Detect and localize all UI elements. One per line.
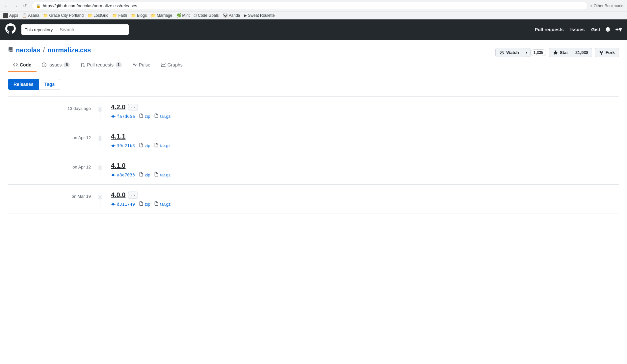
release-date: on Mar 19 — [71, 194, 91, 199]
tab-issues[interactable]: Issues 6 — [37, 58, 75, 72]
zip-icon — [139, 143, 144, 148]
timeline-marker — [98, 195, 102, 199]
tar.gz-icon — [154, 143, 159, 148]
nav-pull-requests[interactable]: Pull requests — [535, 27, 564, 32]
release-item: on Mar 19 4.0.0 ··· d311749 — [8, 185, 619, 214]
release-asset-tar.gz[interactable]: tar.gz — [154, 201, 170, 207]
tab-pull-requests[interactable]: Pull requests 1 — [75, 58, 127, 72]
repo-title: necolas / normalize.css — [8, 46, 91, 54]
release-version-link[interactable]: 4.0.0 — [111, 191, 125, 199]
star-button[interactable]: Star — [549, 48, 572, 57]
release-meta: a8e7033 zip tar.gz — [111, 172, 619, 178]
search-repo-label: This repository — [21, 24, 56, 35]
bookmark-marriage[interactable]: 📁 Marriage — [151, 13, 172, 18]
search-input[interactable] — [56, 24, 129, 35]
star-count[interactable]: 21,938 — [572, 48, 592, 57]
nav-issues[interactable]: Issues — [570, 27, 585, 32]
timeline-marker — [98, 107, 102, 111]
star-label: Star — [560, 50, 568, 55]
release-commit-link[interactable]: d311749 — [111, 202, 135, 207]
releases-tab-button[interactable]: Releases — [8, 79, 39, 90]
tags-tab-button[interactable]: Tags — [39, 79, 61, 90]
release-commit-link[interactable]: fa7d65a — [111, 114, 135, 119]
back-button[interactable]: ← — [3, 2, 11, 10]
repo-header: necolas / normalize.css Watch ▾ 1,335 St… — [0, 40, 627, 58]
repo-actions: Watch ▾ 1,335 Star 21,938 Fork — [495, 46, 619, 57]
release-version-line: 4.1.1 — [111, 133, 619, 140]
release-asset-tar.gz[interactable]: tar.gz — [154, 143, 170, 148]
release-list: 13 days ago 4.2.0 ··· fa7d65a — [8, 96, 619, 214]
release-version-link[interactable]: 4.1.1 — [111, 133, 125, 140]
notification-bell-button[interactable] — [605, 26, 611, 34]
bookmark-code-goals[interactable]: ⬡ Code Goals — [194, 13, 219, 18]
zip-icon — [139, 172, 144, 178]
release-meta: d311749 zip tar.gz — [111, 201, 619, 207]
bookmark-asana[interactable]: 📋 Asana — [22, 13, 39, 18]
bookmark-panda[interactable]: 🐼 Panda — [223, 13, 240, 18]
watch-dropdown: Watch ▾ 1,335 — [495, 48, 546, 57]
other-bookmarks-text: » Other Bookmarks — [590, 4, 624, 8]
release-item: 13 days ago 4.2.0 ··· fa7d65a — [8, 97, 619, 126]
release-timeline: on Mar 19 — [8, 191, 100, 207]
releases-container: Releases Tags 13 days ago 4.2.0 ··· f — [0, 72, 627, 221]
release-meta: 39c21b3 zip tar.gz — [111, 143, 619, 148]
forward-button[interactable]: → — [12, 2, 20, 10]
blogs-label: Blogs — [137, 13, 147, 18]
watch-label: Watch — [506, 50, 519, 55]
lostgrid-label: LostGrid — [93, 13, 108, 18]
zip-icon — [139, 201, 144, 207]
search-bar[interactable]: This repository — [21, 24, 129, 35]
release-version-line: 4.0.0 ··· — [111, 191, 619, 199]
tab-graphs[interactable]: Graphs — [156, 58, 188, 72]
release-timeline: on Apr 12 — [8, 162, 100, 178]
bookmark-faith[interactable]: 📁 Faith — [112, 13, 127, 18]
release-asset-tar.gz[interactable]: tar.gz — [154, 172, 170, 178]
reload-button[interactable]: ↺ — [21, 2, 29, 10]
release-asset-zip[interactable]: zip — [139, 143, 150, 148]
releases-tabs: Releases Tags — [8, 79, 619, 90]
watch-caret-button[interactable]: ▾ — [523, 48, 531, 57]
nav-gist[interactable]: Gist — [591, 27, 600, 32]
release-ellipsis-button[interactable]: ··· — [128, 104, 138, 111]
star-dropdown: Star 21,938 — [549, 48, 592, 57]
tab-pulse-label: Pulse — [139, 62, 150, 67]
repo-owner-link[interactable]: necolas — [16, 46, 40, 54]
bookmark-lostgrid[interactable]: 📁 LostGrid — [88, 13, 108, 18]
release-asset-tar.gz[interactable]: tar.gz — [154, 114, 170, 119]
blogs-icon: 📁 — [131, 13, 136, 18]
release-ellipsis-button[interactable]: ··· — [128, 192, 138, 199]
mint-icon: 🌿 — [176, 13, 181, 18]
tar.gz-icon — [154, 114, 159, 119]
repo-name-link[interactable]: normalize.css — [47, 46, 91, 54]
bookmark-apps[interactable]: ⬛ Apps — [3, 13, 18, 18]
release-commit-link[interactable]: a8e7033 — [111, 172, 135, 177]
release-version-link[interactable]: 4.1.0 — [111, 162, 125, 169]
address-bar[interactable]: 🔒 https://github.com/necolas/normalize.c… — [32, 2, 588, 10]
release-asset-zip[interactable]: zip — [139, 201, 150, 207]
release-asset-zip[interactable]: zip — [139, 114, 150, 119]
plus-menu-button[interactable]: +▾ — [615, 26, 622, 33]
asana-icon: 📋 — [22, 13, 27, 18]
tab-pulse[interactable]: Pulse — [127, 58, 156, 72]
release-date: on Apr 12 — [72, 135, 91, 140]
tab-code[interactable]: Code — [8, 58, 37, 72]
bookmark-sweat-roulette[interactable]: ▶ Sweat Roulette — [244, 13, 274, 18]
watch-count[interactable]: 1,335 — [531, 49, 546, 56]
watch-button[interactable]: Watch — [495, 48, 523, 57]
faith-label: Faith — [118, 13, 127, 18]
release-commit-link[interactable]: 39c21b3 — [111, 143, 135, 148]
bookmark-mint[interactable]: 🌿 Mint — [176, 13, 190, 18]
lock-icon: 🔒 — [36, 4, 41, 8]
header-icons: +▾ — [605, 26, 622, 34]
tab-pull-requests-label: Pull requests — [87, 62, 114, 67]
fork-button[interactable]: Fork — [595, 48, 619, 57]
github-logo[interactable] — [5, 23, 16, 36]
bookmark-grace-city[interactable]: 📁 Grace City Portland — [43, 13, 84, 18]
bookmark-blogs[interactable]: 📁 Blogs — [131, 13, 147, 18]
sweat-roulette-icon: ▶ — [244, 13, 247, 18]
release-timeline: on Apr 12 — [8, 133, 100, 148]
release-version-line: 4.1.0 — [111, 162, 619, 169]
release-asset-zip[interactable]: zip — [139, 172, 150, 178]
grace-city-icon: 📁 — [43, 13, 48, 18]
release-version-link[interactable]: 4.2.0 — [111, 103, 125, 111]
